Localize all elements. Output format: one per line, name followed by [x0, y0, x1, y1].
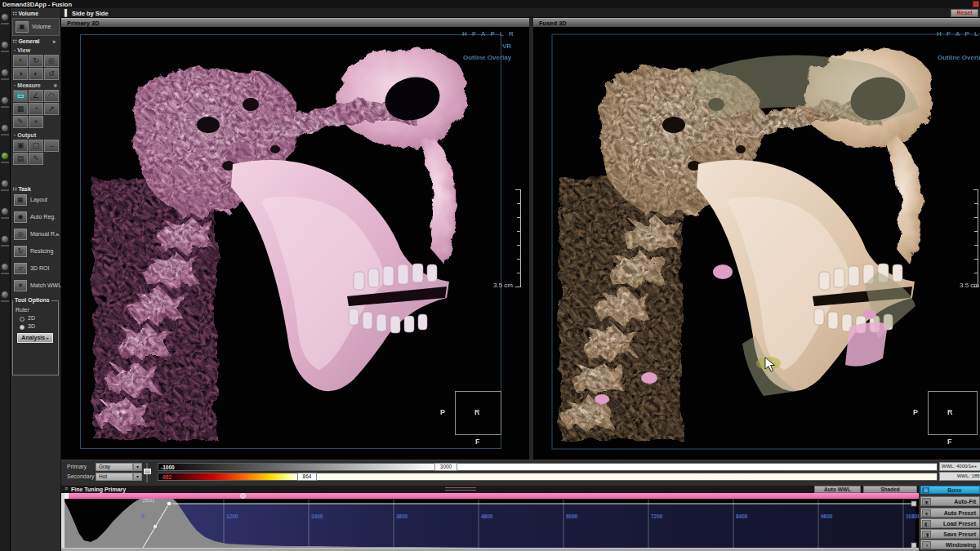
rail-tool-label: [1, 217, 9, 219]
windowing-icon: ◑: [922, 541, 931, 549]
rail-tool-icon[interactable]: [1, 69, 9, 77]
axis-right-label: R: [947, 408, 953, 416]
fused-3d-header[interactable]: Fused 3D: [533, 18, 980, 27]
window-level-icon[interactable]: ◐: [29, 68, 43, 80]
ruler-tick: [517, 203, 521, 204]
tick-label: 7200: [651, 513, 662, 519]
frame-capture-icon[interactable]: ▢: [29, 140, 43, 152]
rail-tool-icon-active[interactable]: [1, 152, 9, 160]
submenu-arrow-icon: ▸: [56, 231, 60, 238]
save-preset-button[interactable]: ◨ Save Preset: [920, 529, 980, 539]
view-subheader[interactable]: · View: [14, 47, 30, 53]
fine-tuning-titlebar[interactable]: ≡ Fine Tuning Primary Auto WWL Shaded: [61, 486, 919, 493]
panel-menu-icon[interactable]: ≡: [65, 486, 68, 491]
blend-controls: Primary Gray ▾ Secondary Hot ▾ -1000 300…: [61, 460, 980, 487]
layout-icon: ▦: [14, 194, 27, 206]
ruler-group-label: Ruler: [16, 307, 29, 313]
auto-preset-icon: ◈: [922, 509, 931, 517]
task-section-header[interactable]: ∷ Task: [13, 186, 31, 193]
analysis-button[interactable]: Analysis ▸: [17, 333, 53, 343]
shaded-button[interactable]: Shaded: [863, 486, 917, 493]
rail-tool-icon[interactable]: [1, 41, 9, 49]
grid-tool-icon[interactable]: ▦: [13, 103, 28, 115]
rail-tool-icon[interactable]: [1, 96, 9, 104]
rotate-3d-icon[interactable]: ↻: [29, 55, 43, 67]
measure-subheader[interactable]: · Measure: [14, 82, 41, 88]
auto-wwl-button[interactable]: Auto WWL: [814, 486, 861, 493]
histogram-scrollbar[interactable]: [61, 548, 919, 551]
secondary-colormap-bar[interactable]: -992 864: [158, 473, 938, 481]
radio-3d[interactable]: [20, 325, 24, 330]
blend-slider-handle[interactable]: [144, 469, 151, 474]
rail-tool-icon[interactable]: [1, 207, 9, 216]
rail-tool-icon[interactable]: [1, 291, 9, 299]
auto-fit-button[interactable]: ◉ Auto-Fit: [920, 496, 980, 506]
ruler-tick: [974, 245, 978, 246]
zoom-icon[interactable]: ◎: [44, 55, 59, 67]
rail-tool-label: [1, 300, 9, 302]
app-window: Demand3DApp - Fusion ▌ Side by Side Rese…: [0, 0, 980, 551]
layout-mode-label: Side by Side: [72, 10, 109, 17]
measure-tools-icon[interactable]: ∗: [53, 82, 58, 89]
panel-grip[interactable]: [445, 487, 476, 488]
bone-preset-button[interactable]: ▤ Bone: [920, 486, 980, 494]
spin-icon[interactable]: ◑: [13, 68, 28, 80]
primary-3d-header[interactable]: Primary 3D: [61, 18, 529, 27]
close-icon[interactable]: [973, 1, 979, 7]
preset-column: ▤ Bone ◉ Auto-Fit ◈ Auto Preset ◧ Load P…: [919, 486, 980, 551]
primary-colormap-bar[interactable]: -1000 3000: [158, 463, 938, 471]
export-icon[interactable]: →: [44, 140, 59, 152]
secondary-range-max[interactable]: 864: [297, 473, 317, 481]
transfer-band[interactable]: [65, 493, 919, 499]
reset-view-icon[interactable]: ↺: [44, 68, 59, 80]
overlay-mode-label: Outline Overlay: [938, 54, 980, 61]
rail-tool-icon[interactable]: [1, 124, 9, 132]
pencil-tool-icon[interactable]: ✎: [13, 116, 28, 128]
curve-tool-icon[interactable]: ◠: [44, 90, 59, 102]
fused-3d-canvas[interactable]: [533, 27, 980, 457]
volume-icon[interactable]: ▣: [16, 21, 29, 33]
report-icon[interactable]: ✎: [29, 153, 43, 165]
rail-tool-label: [1, 162, 9, 163]
rail-tool-icon[interactable]: [1, 263, 9, 271]
transfer-band-cap[interactable]: [65, 493, 69, 499]
load-preset-button[interactable]: ◧ Load Preset: [920, 518, 980, 528]
axis-posterior-label: P: [440, 408, 445, 416]
primary-colormap-arrow-icon[interactable]: ▾: [133, 463, 142, 471]
radio-2d-label[interactable]: 2D: [28, 315, 35, 321]
angle-tool-icon[interactable]: ∠: [29, 90, 43, 102]
bone-icon: ▤: [922, 487, 929, 493]
radio-2d[interactable]: [20, 317, 24, 322]
analysis-arrow-icon: ▸: [47, 335, 49, 340]
panel-grip[interactable]: [445, 490, 476, 491]
primary-range-max[interactable]: 3000: [434, 463, 457, 471]
rail-tool-icon[interactable]: [1, 180, 9, 188]
secondary-colormap-select[interactable]: Hot: [96, 473, 133, 481]
tick-label: 10800: [906, 513, 919, 519]
general-section-header[interactable]: ∷ General: [13, 38, 40, 45]
general-expand-icon[interactable]: ▸: [53, 38, 56, 45]
snapshot-icon[interactable]: ▣: [13, 140, 28, 152]
auto-preset-button[interactable]: ◈ Auto Preset: [920, 508, 980, 518]
transfer-band-handle[interactable]: [240, 493, 246, 499]
primary-colormap-select[interactable]: Gray: [96, 463, 133, 471]
histogram-panel[interactable]: [551] 0 1200 2400 3600 4800 6000 7200 84…: [61, 493, 919, 548]
volume-button[interactable]: Volume: [32, 24, 51, 29]
secondary-colormap-arrow-icon[interactable]: ▾: [133, 473, 142, 481]
film-icon[interactable]: ▤: [13, 153, 28, 165]
reset-button[interactable]: Reset: [951, 9, 978, 17]
windowing-button[interactable]: ◑ Windowing: [920, 540, 980, 549]
volume-section-header[interactable]: ∷ Volume: [13, 11, 38, 17]
output-subheader[interactable]: · Output: [14, 132, 36, 138]
save-preset-icon: ◨: [922, 531, 931, 538]
app-title: Demand3DApp - Fusion: [2, 1, 72, 8]
rail-tool-icon[interactable]: [1, 13, 9, 21]
delete-measure-icon[interactable]: ×: [29, 116, 43, 128]
arrow-tool-icon[interactable]: ↗: [44, 103, 59, 115]
ruler-tool-icon[interactable]: ▭: [13, 90, 28, 102]
rail-tool-icon[interactable]: [1, 235, 9, 243]
radio-3d-label[interactable]: 3D: [28, 323, 35, 329]
tool-sidebar: ∷ Volume ▣ Volume ∷ General ▸ · View + ↻…: [11, 8, 61, 551]
arc-tool-icon[interactable]: ◔: [29, 103, 43, 115]
pan-icon[interactable]: +: [13, 55, 28, 67]
